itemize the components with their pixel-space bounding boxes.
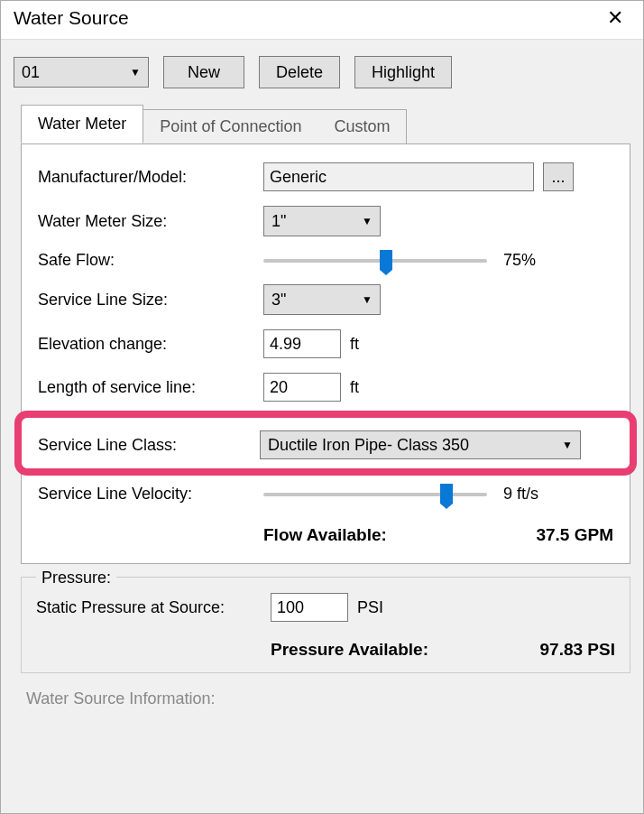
service-line-length-input[interactable] [263, 373, 341, 402]
service-line-class-label: Service Line Class: [38, 436, 260, 455]
pressure-section: Pressure: Static Pressure at Source: PSI… [21, 577, 630, 673]
tab-water-meter[interactable]: Water Meter [21, 105, 143, 143]
source-id-value: 01 [22, 63, 40, 82]
service-line-velocity-slider[interactable] [263, 486, 487, 504]
service-line-size-select[interactable]: 3" ▼ [263, 284, 381, 315]
chevron-down-icon: ▼ [351, 293, 373, 306]
elevation-unit: ft [350, 335, 359, 354]
meter-size-select[interactable]: 1" ▼ [263, 206, 381, 236]
highlight-button[interactable]: Highlight [354, 56, 452, 88]
manufacturer-label: Manufacturer/Model: [38, 168, 263, 187]
slider-thumb[interactable] [440, 484, 453, 504]
pressure-available-label: Pressure Available: [271, 640, 428, 660]
browse-button[interactable]: ... [543, 162, 574, 191]
close-icon[interactable]: ✕ [600, 6, 630, 30]
tab-point-of-connection[interactable]: Point of Connection [143, 109, 318, 144]
tab-strip: Water Meter Point of Connection Custom [1, 105, 643, 143]
safe-flow-value: 75% [503, 251, 552, 270]
service-line-length-label: Length of service line: [38, 378, 263, 397]
water-source-dialog: Water Source ✕ 01 ▼ New Delete Highlight… [0, 0, 644, 814]
water-meter-panel: Manufacturer/Model: ... Water Meter Size… [21, 143, 630, 564]
service-line-velocity-label: Service Line Velocity: [38, 485, 263, 504]
chevron-down-icon: ▼ [119, 66, 141, 79]
flow-available-label: Flow Available: [263, 525, 387, 545]
safe-flow-slider[interactable] [263, 252, 487, 270]
static-pressure-input[interactable] [271, 593, 348, 622]
title-bar: Water Source ✕ [1, 1, 643, 40]
delete-button[interactable]: Delete [259, 56, 340, 88]
service-line-class-highlight: Service Line Class: Ductile Iron Pipe- C… [14, 411, 637, 476]
length-unit: ft [350, 378, 359, 397]
service-line-class-select[interactable]: Ductile Iron Pipe- Class 350 ▼ [260, 430, 581, 459]
service-line-size-label: Service Line Size: [38, 291, 263, 310]
source-id-select[interactable]: 01 ▼ [14, 57, 149, 88]
tab-custom[interactable]: Custom [317, 109, 407, 144]
velocity-value: 9 ft/s [503, 485, 552, 504]
slider-thumb[interactable] [380, 250, 392, 270]
new-button[interactable]: New [163, 56, 244, 88]
chevron-down-icon: ▼ [562, 439, 573, 451]
dialog-title: Water Source [14, 7, 129, 29]
static-pressure-unit: PSI [357, 598, 383, 617]
pressure-legend: Pressure: [36, 569, 116, 587]
flow-available-value: 37.5 GPM [536, 525, 613, 545]
elevation-change-input[interactable] [263, 329, 341, 358]
chevron-down-icon: ▼ [351, 215, 373, 227]
elevation-change-label: Elevation change: [38, 335, 263, 354]
static-pressure-label: Static Pressure at Source: [36, 598, 271, 617]
safe-flow-label: Safe Flow: [38, 251, 263, 270]
manufacturer-input[interactable] [263, 162, 534, 191]
water-source-info-legend: Water Source Information: [26, 689, 643, 708]
meter-size-label: Water Meter Size: [38, 212, 263, 231]
toolbar: 01 ▼ New Delete Highlight [1, 40, 643, 96]
pressure-available-value: 97.83 PSI [540, 640, 615, 660]
